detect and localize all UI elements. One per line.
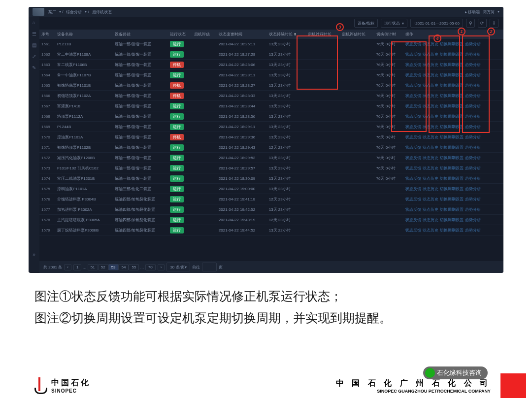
app-screenshot: 某厂▾ / 综合分析▾ / 启停机状态 ▸ 移动端 阅万河▾ ⌂ ☰ ▤ ⤢ ✎… <box>29 7 503 273</box>
pager-page[interactable]: 54 <box>119 264 129 270</box>
pager-page[interactable]: 52 <box>98 264 108 270</box>
status-badge: 运行 <box>170 196 184 202</box>
action-link[interactable]: 状态反馈 <box>405 145 421 150</box>
table-row: 1579脱丁烷塔进料泵P3006B炼油四部/加氢裂化装置运行2021-04-22… <box>39 225 503 235</box>
status-filter[interactable]: 运行状态 ▾ <box>381 19 407 28</box>
action-link[interactable]: 趋势分析 <box>465 166 481 170</box>
action-link[interactable]: 状态反馈 <box>405 218 421 222</box>
action-link[interactable]: 切换周期设置 <box>440 135 464 139</box>
action-link[interactable]: 切换周期设置 <box>440 187 464 191</box>
table-row: 1576分馏塔进料泵 P3004B炼油四部/加氢裂化装置运行2021-04-22… <box>39 194 503 204</box>
action-link[interactable]: 状态反馈 <box>405 207 421 212</box>
pager-page[interactable]: 55 <box>129 264 139 270</box>
status-badge: 运行 <box>170 227 184 233</box>
pager-next[interactable]: › <box>158 264 165 270</box>
nav-link-icon[interactable]: ⤢ <box>32 54 36 59</box>
action-link[interactable]: 状态反馈 <box>405 176 421 181</box>
action-link[interactable]: 切换周期设置 <box>440 145 464 150</box>
annotation-box-3 <box>297 35 338 90</box>
col-header[interactable]: 启机评估时长 <box>340 30 374 39</box>
pager-page[interactable]: 51 <box>88 264 98 270</box>
pager-prev[interactable]: ‹ <box>64 264 71 270</box>
table-row: 1573F101/F102 引风机C102炼油一部/蒸馏一装置运行2021-04… <box>39 163 503 173</box>
action-link[interactable]: 状态历史 <box>423 187 438 191</box>
sinopec-logo: 中国石化 SINOPEC <box>33 377 91 394</box>
col-header[interactable]: 切换倒计时 <box>374 30 403 39</box>
action-link[interactable]: 状态历史 <box>423 228 438 233</box>
action-link[interactable]: 切换周期设置 <box>440 218 464 222</box>
user-name[interactable]: 阅万河 <box>483 9 495 15</box>
action-link[interactable]: 趋势分析 <box>465 207 481 212</box>
action-link[interactable]: 切换周期设置 <box>440 156 464 160</box>
pager-total: 共 2081 条 <box>43 265 62 270</box>
action-link[interactable]: 状态反馈 <box>405 187 421 191</box>
sidebar-expand-icon[interactable]: » <box>33 252 35 257</box>
guangzhou-logo: 中 国 石 化 广 州 石 化 公 司 SINOPEC GUANGZHOU PE… <box>336 378 491 394</box>
status-badge: 运行 <box>170 175 184 182</box>
col-header[interactable]: 状态变更时间 <box>217 30 267 39</box>
pager-goto-input[interactable] <box>202 263 217 271</box>
action-link[interactable]: 切换周期设置 <box>440 207 464 212</box>
status-badge: 运行 <box>170 41 184 47</box>
action-link[interactable]: 状态反馈 <box>405 228 421 233</box>
action-link[interactable]: 趋势分析 <box>465 145 481 150</box>
status-badge: 停机 <box>170 62 184 68</box>
action-link[interactable]: 趋势分析 <box>465 197 481 201</box>
col-header[interactable]: 运行状态 <box>168 30 193 39</box>
date-range[interactable]: ▫ 2021-01-01 — 2021-05-06 <box>410 19 463 28</box>
nav-report-icon[interactable]: ▤ <box>32 42 36 48</box>
col-header[interactable]: 启机评估 <box>192 30 217 39</box>
pager-page[interactable]: 70 <box>145 264 156 270</box>
action-link[interactable]: 状态历史 <box>423 135 438 139</box>
action-link[interactable]: 状态历史 <box>423 197 438 201</box>
action-link[interactable]: 趋势分析 <box>465 228 481 233</box>
action-link[interactable]: 状态反馈 <box>405 166 421 170</box>
breadcrumb-mid[interactable]: 综合分析 <box>66 9 82 15</box>
mode-label[interactable]: 移动端 <box>468 10 480 14</box>
action-link[interactable]: 状态反馈 <box>405 197 421 201</box>
gz-en: SINOPEC GUANGZHOU PETROCHEMICAL COMPANY <box>336 389 491 394</box>
action-link[interactable]: 状态历史 <box>423 145 438 150</box>
action-link[interactable]: 切换周期设置 <box>440 197 464 201</box>
action-link[interactable]: 趋势分析 <box>465 187 481 191</box>
col-header[interactable]: 设备名称 <box>55 30 113 39</box>
nav-edit-icon[interactable]: ✎ <box>32 65 36 70</box>
breadcrumb-root[interactable]: 某厂 <box>48 9 56 15</box>
pager-page[interactable]: 53 <box>108 264 119 270</box>
annotation-box-2 <box>462 35 490 133</box>
topbar: 某厂▾ / 综合分析▾ / 启停机状态 ▸ 移动端 阅万河▾ <box>29 7 503 17</box>
action-link[interactable]: 状态历史 <box>423 156 438 160</box>
pagination: 共 2081 条 ‹ 1 … 5152535455 … 70 › 30 条/页 … <box>39 261 503 273</box>
action-link[interactable]: 状态反馈 <box>405 156 421 160</box>
col-header[interactable]: 设备路径 <box>113 30 168 39</box>
search-icon[interactable]: ⚲ <box>466 19 475 28</box>
caption-text: 图注①状态反馈功能可根据实际情况修正机泵运行状态；图注②切换周期设置可设定机泵定… <box>34 286 488 329</box>
action-link[interactable]: 状态历史 <box>423 218 438 222</box>
status-badge: 运行 <box>170 103 184 109</box>
action-link[interactable]: 趋势分析 <box>465 176 481 181</box>
action-link[interactable]: 切换周期设置 <box>440 166 464 170</box>
brand-block <box>500 373 526 398</box>
action-link[interactable]: 状态历史 <box>423 207 438 212</box>
refresh-icon[interactable]: ⟳ <box>478 19 487 28</box>
col-header[interactable]: 序号 <box>39 30 55 39</box>
status-badge: 运行 <box>170 51 184 58</box>
breadcrumb-leaf[interactable]: 启停机状态 <box>92 9 112 15</box>
action-link[interactable]: 趋势分析 <box>465 156 481 160</box>
nav-list-icon[interactable]: ☰ <box>32 31 36 36</box>
export-icon[interactable]: ⇩ <box>490 19 499 28</box>
pager-page[interactable]: 1 <box>73 264 81 270</box>
action-link[interactable]: 趋势分析 <box>465 218 481 222</box>
table-row: 1575原料油泵P1101A炼油三部/焦化二装置运行2021-04-22 19:… <box>39 184 503 194</box>
pager-size[interactable]: 30 条/页 ▾ <box>166 263 190 271</box>
action-link[interactable]: 状态历史 <box>423 166 438 170</box>
filter-bar: 设备/指标 运行状态 ▾ ▫ 2021-01-01 — 2021-05-06 ⚲… <box>39 17 503 30</box>
action-link[interactable]: 切换周期设置 <box>440 228 464 233</box>
action-link[interactable]: 趋势分析 <box>465 135 481 139</box>
action-link[interactable]: 切换周期设置 <box>440 176 464 181</box>
device-filter[interactable]: 设备/指标 <box>354 19 378 28</box>
action-link[interactable]: 状态历史 <box>423 176 438 181</box>
status-badge: 运行 <box>170 165 184 171</box>
action-link[interactable]: 状态反馈 <box>405 135 421 139</box>
nav-home-icon[interactable]: ⌂ <box>33 20 35 25</box>
